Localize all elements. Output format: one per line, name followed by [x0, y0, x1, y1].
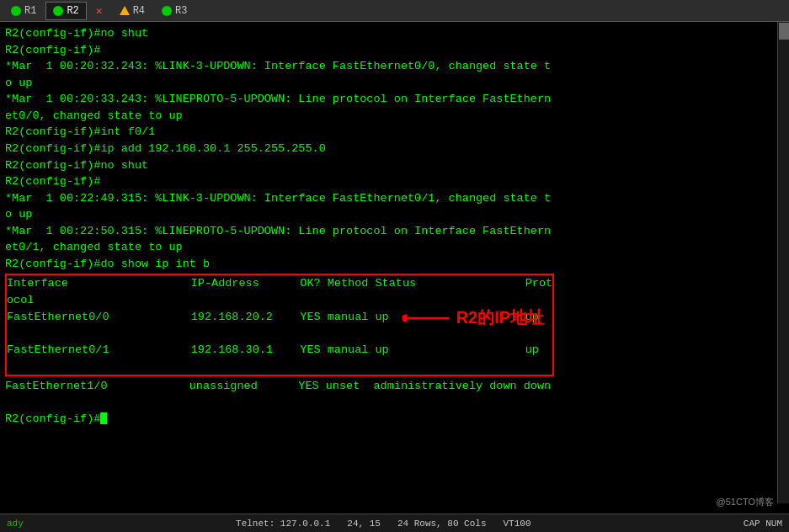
scrollbar-thumb[interactable] [779, 23, 789, 40]
table-header-1: Interface IP-Address OK? Method Status P… [7, 275, 552, 292]
terminal-line-3: *Mar 1 00:20:32.243: %LINK-3-UPDOWN: Int… [5, 58, 784, 75]
tab-R3[interactable]: R3 [154, 2, 195, 20]
terminal-last-line: R2(config-if)# [5, 411, 784, 428]
tab-label-R2: R2 [67, 5, 78, 17]
table-row-3: FastEthernet1/0 unassigned YES unset adm… [5, 378, 784, 395]
tab-R1[interactable]: R1 [3, 2, 44, 20]
tab-close[interactable]: ✕ [88, 2, 110, 20]
terminal-line-4: o up [5, 75, 784, 92]
status-center: Telnet: 127.0.0.1 24, 15 24 Rows, 80 Col… [236, 519, 530, 529]
status-ready: ady [7, 519, 24, 529]
annotation: R2的IP地址 [402, 306, 544, 331]
terminal-line-7: R2(config-if)#int f0/1 [5, 124, 784, 141]
watermark: @51CTO博客 [717, 496, 774, 508]
annotation-label: R2的IP地址 [456, 306, 544, 330]
terminal-line-1: R2(config-if)#no shut [5, 25, 784, 42]
tab-label-R4: R4 [133, 5, 145, 17]
terminal-line-13: *Mar 1 00:22:50.315: %LINEPROTO-5-UPDOWN… [5, 223, 784, 240]
tab-bar: R1 R2 ✕ R4 R3 [0, 0, 789, 22]
terminal-line-11: *Mar 1 00:22:49.315: %LINK-3-UPDOWN: Int… [5, 190, 784, 207]
terminal-line-9: R2(config-if)#no shut [5, 157, 784, 174]
terminal-line-10: R2(config-if)# [5, 173, 784, 190]
status-position: 24, 15 [347, 519, 381, 529]
terminal-line-2: R2(config-if)# [5, 42, 784, 59]
status-caps: CAP NUM [744, 519, 782, 529]
tab-icon-R3 [162, 6, 172, 16]
status-terminal: VT100 [504, 519, 531, 529]
cursor [100, 412, 107, 424]
terminal[interactable]: R2(config-if)#no shut R2(config-if)# *Ma… [0, 22, 789, 503]
terminal-line-6: et0/0, changed state to up [5, 108, 784, 125]
tab-icon-R4 [120, 6, 130, 15]
tab-icon-R2 [53, 6, 63, 16]
tab-label-R1: R1 [24, 5, 36, 17]
terminal-line-14: et0/1, changed state to up [5, 239, 784, 256]
terminal-line-5: *Mar 1 00:20:33.243: %LINEPROTO-5-UPDOWN… [5, 91, 784, 108]
table-row-1-wrapper: FastEthernet0/0 192.168.20.2 YES manual … [7, 309, 552, 326]
terminal-line-15: R2(config-if)#do show ip int b [5, 256, 784, 273]
table-row-2: FastEthernet0/1 192.168.30.1 YES manual … [7, 342, 552, 359]
scrollbar-track[interactable] [777, 22, 789, 503]
tab-R2[interactable]: R2 [45, 2, 86, 20]
table-row-2-empty [7, 358, 552, 375]
status-bar: ady Telnet: 127.0.0.1 24, 15 24 Rows, 80… [0, 513, 789, 532]
close-icon: ✕ [96, 4, 103, 18]
ip-table: Interface IP-Address OK? Method Status P… [5, 274, 554, 375]
terminal-line-8: R2(config-if)#ip add 192.168.30.1 255.25… [5, 141, 784, 157]
tab-label-R3: R3 [175, 5, 187, 17]
status-telnet: Telnet: 127.0.0.1 [236, 519, 330, 529]
terminal-line-12: o up [5, 206, 784, 223]
arrow-svg [402, 306, 453, 331]
tab-R4[interactable]: R4 [112, 2, 152, 20]
status-size: 24 Rows, 80 Cols [397, 519, 487, 529]
table-row-3-empty [5, 394, 784, 411]
tab-icon-R1 [11, 6, 21, 16]
